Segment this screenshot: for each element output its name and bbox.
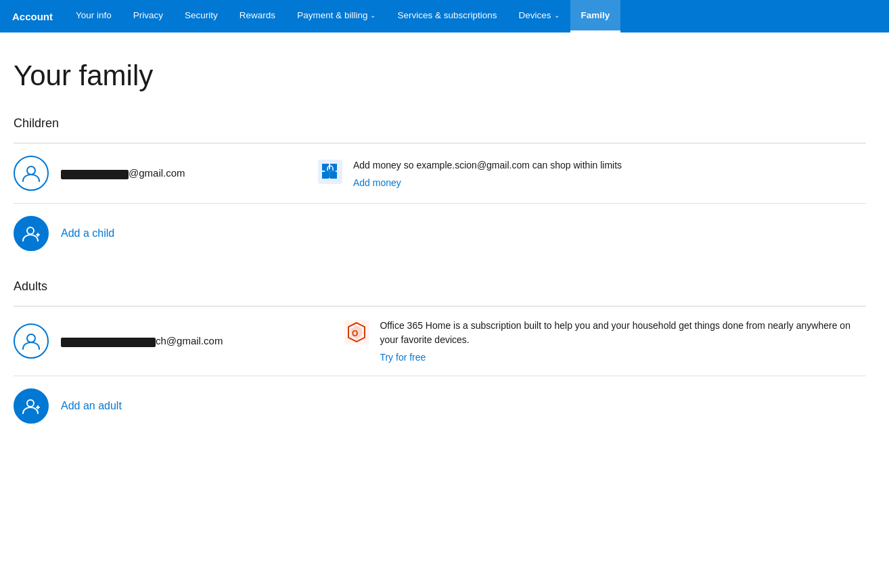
- add-child-label[interactable]: Add a child: [61, 227, 114, 240]
- svg-point-7: [27, 227, 34, 234]
- child-avatar: [14, 156, 49, 191]
- nav-item-devices[interactable]: Devices ⌄: [508, 0, 570, 32]
- nav-item-payment-billing[interactable]: Payment & billing ⌄: [286, 0, 386, 32]
- adults-heading: Adults: [14, 279, 866, 300]
- adult-service-info: O Office 365 Home is a subscription buil…: [344, 319, 866, 363]
- add-adult-row[interactable]: Add an adult: [14, 376, 866, 436]
- svg-point-15: [27, 400, 34, 407]
- page-title: Your family: [14, 60, 866, 92]
- child-member-row: @gmail.com Add money so example.scion@gm…: [14, 143, 866, 204]
- nav-item-services-subscriptions[interactable]: Services & subscriptions: [386, 0, 507, 32]
- child-service-info: Add money so example.scion@gmail.com can…: [318, 158, 866, 189]
- office365-icon: O: [344, 320, 369, 344]
- child-service-desc: Add money so example.scion@gmail.com can…: [353, 158, 866, 173]
- add-child-row[interactable]: Add a child: [14, 204, 866, 263]
- add-adult-icon: [22, 397, 41, 415]
- children-section-header: Children: [14, 116, 866, 143]
- main-nav: Account Your info Privacy Security Rewar…: [0, 0, 889, 32]
- nav-item-security[interactable]: Security: [174, 0, 229, 32]
- children-section: Children @gmail.com: [14, 116, 866, 263]
- add-child-avatar: [14, 216, 49, 251]
- child-add-money-link[interactable]: Add money: [353, 177, 401, 188]
- adult-email-redacted: [61, 338, 156, 347]
- child-email-redacted: [61, 170, 129, 179]
- nav-item-rewards[interactable]: Rewards: [229, 0, 286, 32]
- svg-rect-6: [325, 169, 336, 178]
- adult-service-text: Office 365 Home is a subscription built …: [380, 319, 866, 363]
- nav-item-family[interactable]: Family: [570, 0, 621, 32]
- child-service-text: Add money so example.scion@gmail.com can…: [353, 158, 866, 189]
- nav-brand[interactable]: Account: [12, 0, 65, 32]
- payment-billing-chevron-icon: ⌄: [370, 12, 375, 19]
- devices-chevron-icon: ⌄: [554, 12, 560, 19]
- add-child-icon: [22, 224, 41, 243]
- children-heading: Children: [14, 116, 866, 137]
- adult-avatar-icon: [22, 332, 41, 350]
- nav-item-privacy[interactable]: Privacy: [122, 0, 174, 32]
- child-email: @gmail.com: [61, 167, 196, 179]
- child-avatar-icon: [22, 164, 41, 183]
- adult-try-free-link[interactable]: Try for free: [380, 352, 426, 363]
- svg-point-10: [27, 334, 35, 342]
- adults-section-header: Adults: [14, 279, 866, 306]
- add-adult-avatar: [14, 388, 49, 424]
- adults-section: Adults ch@gmail.com O: [14, 279, 866, 436]
- svg-text:O: O: [352, 329, 358, 338]
- microsoft-store-icon: [318, 160, 342, 184]
- svg-point-0: [27, 166, 35, 175]
- adult-email: ch@gmail.com: [61, 335, 223, 346]
- adult-member-row: ch@gmail.com O Office 365 Home is a subs…: [14, 307, 866, 376]
- add-adult-label[interactable]: Add an adult: [61, 400, 122, 412]
- adult-service-desc: Office 365 Home is a subscription built …: [380, 319, 866, 347]
- main-content: Your family Children @gmail.com: [0, 32, 880, 476]
- adult-avatar: [14, 323, 49, 359]
- nav-item-your-info[interactable]: Your info: [65, 0, 122, 32]
